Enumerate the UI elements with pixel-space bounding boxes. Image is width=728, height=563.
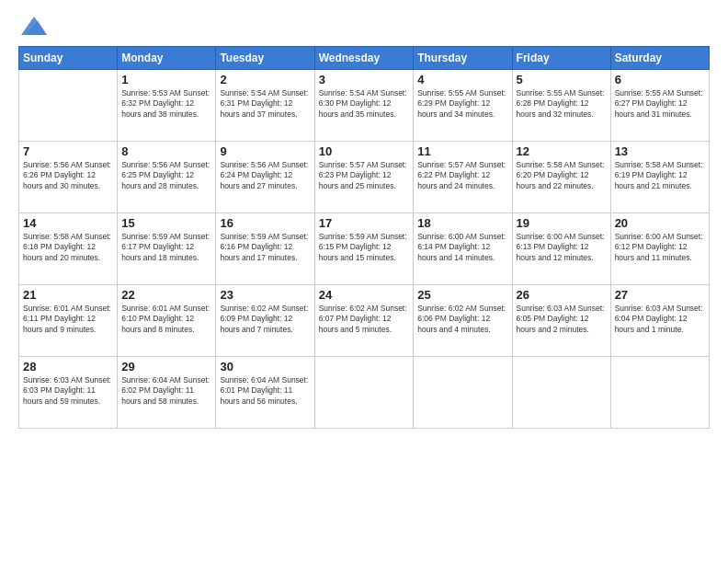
day-info: Sunrise: 5:58 AM Sunset: 6:20 PM Dayligh… [517,160,607,191]
day-cell: 19Sunrise: 6:00 AM Sunset: 6:13 PM Dayli… [512,213,610,285]
logo [18,17,47,37]
day-info: Sunrise: 6:03 AM Sunset: 6:03 PM Dayligh… [23,375,113,407]
day-info: Sunrise: 6:00 AM Sunset: 6:14 PM Dayligh… [417,232,507,263]
day-info: Sunrise: 6:03 AM Sunset: 6:05 PM Dayligh… [517,304,607,335]
day-cell: 14Sunrise: 5:58 AM Sunset: 6:18 PM Dayli… [19,213,118,285]
day-info: Sunrise: 5:56 AM Sunset: 6:24 PM Dayligh… [220,160,310,191]
day-number: 9 [220,144,310,158]
day-number: 4 [417,73,507,86]
header-cell-sunday: Sunday [19,47,118,70]
header-cell-wednesday: Wednesday [314,47,414,70]
day-info: Sunrise: 5:59 AM Sunset: 6:16 PM Dayligh… [220,232,310,263]
day-info: Sunrise: 5:55 AM Sunset: 6:27 PM Dayligh… [615,88,705,120]
week-row-5: 28Sunrise: 6:03 AM Sunset: 6:03 PM Dayli… [19,357,710,429]
week-row-4: 21Sunrise: 6:01 AM Sunset: 6:11 PM Dayli… [19,285,710,357]
day-cell [610,357,709,429]
day-number: 15 [121,216,211,230]
day-number: 30 [220,360,310,373]
day-number: 13 [615,144,705,158]
day-info: Sunrise: 5:56 AM Sunset: 6:25 PM Dayligh… [121,160,211,191]
calendar-table: SundayMondayTuesdayWednesdayThursdayFrid… [18,46,710,429]
day-number: 17 [319,216,410,230]
day-info: Sunrise: 6:02 AM Sunset: 6:09 PM Dayligh… [220,304,310,335]
day-cell: 30Sunrise: 6:04 AM Sunset: 6:01 PM Dayli… [216,357,314,429]
day-cell: 5Sunrise: 5:55 AM Sunset: 6:28 PM Daylig… [512,70,610,142]
header-cell-tuesday: Tuesday [216,47,314,70]
day-cell: 2Sunrise: 5:54 AM Sunset: 6:31 PM Daylig… [216,70,314,142]
day-info: Sunrise: 5:58 AM Sunset: 6:18 PM Dayligh… [23,232,113,263]
day-info: Sunrise: 5:55 AM Sunset: 6:29 PM Dayligh… [417,88,507,120]
day-cell [512,357,610,429]
week-row-3: 14Sunrise: 5:58 AM Sunset: 6:18 PM Dayli… [19,213,710,285]
day-number: 22 [121,288,211,302]
day-info: Sunrise: 5:57 AM Sunset: 6:22 PM Dayligh… [417,160,507,191]
day-cell: 27Sunrise: 6:03 AM Sunset: 6:04 PM Dayli… [610,285,709,357]
day-cell [414,357,512,429]
day-number: 23 [220,288,310,302]
day-number: 10 [319,144,410,158]
day-info: Sunrise: 5:57 AM Sunset: 6:23 PM Dayligh… [319,160,410,191]
day-cell: 8Sunrise: 5:56 AM Sunset: 6:25 PM Daylig… [118,142,216,213]
day-cell: 1Sunrise: 5:53 AM Sunset: 6:32 PM Daylig… [118,70,216,142]
day-info: Sunrise: 6:04 AM Sunset: 6:01 PM Dayligh… [220,375,310,407]
header-cell-monday: Monday [118,47,216,70]
day-info: Sunrise: 5:58 AM Sunset: 6:19 PM Dayligh… [615,160,705,191]
day-number: 12 [517,144,607,158]
logo-icon [21,17,47,35]
header-row: SundayMondayTuesdayWednesdayThursdayFrid… [19,47,710,70]
day-number: 7 [23,144,113,158]
day-cell [314,357,414,429]
day-info: Sunrise: 5:59 AM Sunset: 6:17 PM Dayligh… [121,232,211,263]
day-number: 19 [517,216,607,230]
calendar-body: 1Sunrise: 5:53 AM Sunset: 6:32 PM Daylig… [19,70,710,429]
day-info: Sunrise: 5:59 AM Sunset: 6:15 PM Dayligh… [319,232,410,263]
day-cell: 7Sunrise: 5:56 AM Sunset: 6:26 PM Daylig… [19,142,118,213]
day-cell: 25Sunrise: 6:02 AM Sunset: 6:06 PM Dayli… [414,285,512,357]
day-number: 11 [417,144,507,158]
day-number: 2 [220,73,310,86]
header-cell-friday: Friday [512,47,610,70]
day-cell: 16Sunrise: 5:59 AM Sunset: 6:16 PM Dayli… [216,213,314,285]
week-row-2: 7Sunrise: 5:56 AM Sunset: 6:26 PM Daylig… [19,142,710,213]
day-cell: 15Sunrise: 5:59 AM Sunset: 6:17 PM Dayli… [118,213,216,285]
logo-row [18,17,47,37]
day-number: 18 [417,216,507,230]
day-cell: 4Sunrise: 5:55 AM Sunset: 6:29 PM Daylig… [414,70,512,142]
day-cell: 24Sunrise: 6:02 AM Sunset: 6:07 PM Dayli… [314,285,414,357]
header [18,17,710,37]
day-number: 5 [517,73,607,86]
day-cell: 18Sunrise: 6:00 AM Sunset: 6:14 PM Dayli… [414,213,512,285]
day-info: Sunrise: 6:01 AM Sunset: 6:11 PM Dayligh… [23,304,113,335]
day-cell: 28Sunrise: 6:03 AM Sunset: 6:03 PM Dayli… [19,357,118,429]
day-cell: 13Sunrise: 5:58 AM Sunset: 6:19 PM Dayli… [610,142,709,213]
day-number: 20 [615,216,705,230]
day-info: Sunrise: 5:55 AM Sunset: 6:28 PM Dayligh… [517,88,607,120]
day-info: Sunrise: 6:03 AM Sunset: 6:04 PM Dayligh… [615,304,705,335]
day-info: Sunrise: 6:00 AM Sunset: 6:12 PM Dayligh… [615,232,705,263]
week-row-1: 1Sunrise: 5:53 AM Sunset: 6:32 PM Daylig… [19,70,710,142]
day-cell: 17Sunrise: 5:59 AM Sunset: 6:15 PM Dayli… [314,213,414,285]
day-info: Sunrise: 6:00 AM Sunset: 6:13 PM Dayligh… [517,232,607,263]
day-number: 14 [23,216,113,230]
day-info: Sunrise: 6:01 AM Sunset: 6:10 PM Dayligh… [121,304,211,335]
day-number: 1 [121,73,211,86]
day-cell: 26Sunrise: 6:03 AM Sunset: 6:05 PM Dayli… [512,285,610,357]
day-cell: 12Sunrise: 5:58 AM Sunset: 6:20 PM Dayli… [512,142,610,213]
day-number: 24 [319,288,410,302]
day-cell: 3Sunrise: 5:54 AM Sunset: 6:30 PM Daylig… [314,70,414,142]
page: SundayMondayTuesdayWednesdayThursdayFrid… [0,0,728,563]
day-number: 29 [121,360,211,373]
calendar-header: SundayMondayTuesdayWednesdayThursdayFrid… [19,47,710,70]
day-cell: 10Sunrise: 5:57 AM Sunset: 6:23 PM Dayli… [314,142,414,213]
day-cell: 11Sunrise: 5:57 AM Sunset: 6:22 PM Dayli… [414,142,512,213]
day-cell: 29Sunrise: 6:04 AM Sunset: 6:02 PM Dayli… [118,357,216,429]
day-number: 27 [615,288,705,302]
day-number: 8 [121,144,211,158]
day-info: Sunrise: 6:02 AM Sunset: 6:07 PM Dayligh… [319,304,410,335]
day-cell [19,70,118,142]
day-number: 16 [220,216,310,230]
day-number: 28 [23,360,113,373]
day-info: Sunrise: 5:54 AM Sunset: 6:31 PM Dayligh… [220,88,310,120]
day-number: 21 [23,288,113,302]
day-info: Sunrise: 6:02 AM Sunset: 6:06 PM Dayligh… [417,304,507,335]
